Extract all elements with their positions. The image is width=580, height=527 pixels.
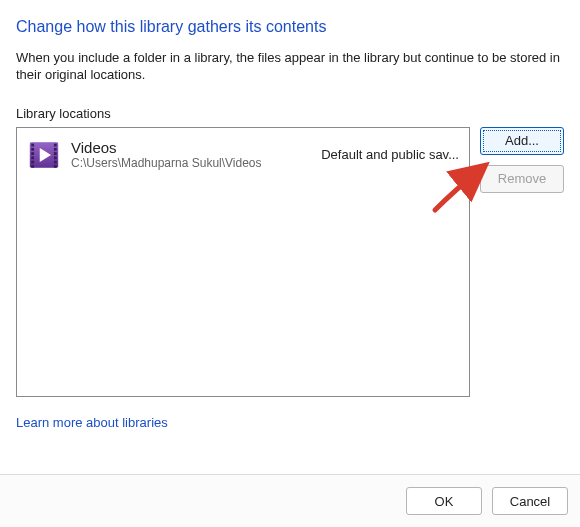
location-name: Videos	[71, 139, 303, 156]
remove-button[interactable]: Remove	[480, 165, 564, 193]
add-button[interactable]: Add...	[480, 127, 564, 155]
dialog-content: Change how this library gathers its cont…	[0, 0, 580, 474]
page-title: Change how this library gathers its cont…	[16, 18, 564, 36]
dialog-footer: OK Cancel	[0, 475, 580, 527]
library-locations-listbox[interactable]: Videos C:\Users\Madhuparna Sukul\Videos …	[16, 127, 470, 397]
list-item[interactable]: Videos C:\Users\Madhuparna Sukul\Videos …	[17, 128, 469, 182]
svg-rect-12	[54, 160, 57, 163]
svg-rect-13	[54, 165, 57, 168]
svg-rect-3	[31, 148, 34, 151]
svg-rect-2	[31, 143, 34, 146]
location-badge: Default and public sav...	[321, 147, 459, 162]
ok-button[interactable]: OK	[406, 487, 482, 515]
svg-rect-6	[31, 160, 34, 163]
location-path: C:\Users\Madhuparna Sukul\Videos	[71, 156, 303, 170]
locations-row: Videos C:\Users\Madhuparna Sukul\Videos …	[16, 127, 564, 397]
videos-folder-icon	[27, 138, 61, 172]
svg-rect-9	[54, 148, 57, 151]
library-locations-label: Library locations	[16, 106, 564, 121]
action-buttons: Add... Remove	[480, 127, 564, 193]
learn-more-link[interactable]: Learn more about libraries	[16, 415, 168, 430]
cancel-button[interactable]: Cancel	[492, 487, 568, 515]
svg-rect-5	[31, 156, 34, 159]
svg-rect-7	[31, 165, 34, 168]
svg-rect-10	[54, 152, 57, 155]
list-item-text: Videos C:\Users\Madhuparna Sukul\Videos	[71, 139, 303, 170]
svg-rect-11	[54, 156, 57, 159]
svg-rect-8	[54, 143, 57, 146]
description-text: When you include a folder in a library, …	[16, 50, 564, 84]
svg-rect-4	[31, 152, 34, 155]
